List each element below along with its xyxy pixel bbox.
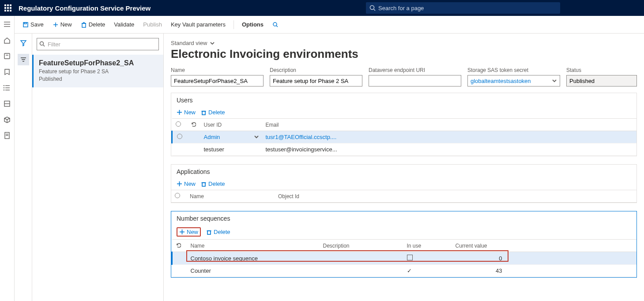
chevron-down-icon[interactable]	[254, 135, 259, 139]
col-seq-inuse[interactable]: In use	[403, 240, 452, 252]
inuse-check-icon: ✓	[407, 267, 412, 274]
lines-icon[interactable]	[18, 54, 29, 65]
favorite-icon[interactable]	[3, 68, 11, 76]
col-seq-desc[interactable]: Description	[320, 240, 403, 252]
svg-line-15	[4, 118, 7, 120]
table-row[interactable]: Counter ✓ 43	[172, 265, 637, 277]
list-pane: FeatureSetupForPhase2_SA Feature setup f…	[32, 34, 164, 301]
sas-select[interactable]: globalteamtestsastoken	[467, 75, 560, 87]
filter-input-wrap	[37, 38, 159, 50]
seq-name: Contoso invoice sequence	[187, 252, 320, 265]
sas-value: globalteamtestsastoken	[471, 78, 531, 84]
top-bar: Regulatory Configuration Service Preview	[0, 0, 644, 16]
desc-label: Description	[270, 67, 362, 73]
svg-point-0	[370, 6, 374, 10]
users-delete-button[interactable]: Delete	[201, 109, 225, 116]
chevron-down-icon	[210, 41, 215, 46]
delete-button[interactable]: Delete	[77, 19, 109, 30]
col-seq-name[interactable]: Name	[187, 240, 320, 252]
svg-line-29	[276, 26, 278, 27]
refresh-icon[interactable]	[191, 121, 196, 127]
svg-rect-41	[202, 183, 205, 186]
svg-rect-37	[202, 111, 205, 115]
status-label: Status	[566, 67, 637, 73]
select-all-radio[interactable]	[175, 193, 180, 198]
funnel-icon[interactable]	[18, 37, 29, 49]
card-title: FeatureSetupForPhase2_SA	[39, 59, 158, 67]
header-fields: Name Description Dataverse endpoint URI …	[171, 67, 637, 87]
email-cell[interactable]: tusr1@TAEOfficial.ccsctp....	[262, 131, 637, 143]
new-button[interactable]: New	[49, 19, 75, 30]
row-radio[interactable]	[177, 134, 182, 139]
svg-rect-22	[24, 23, 26, 24]
select-all-radio[interactable]	[176, 121, 181, 127]
table-row[interactable]: testuser testuser@invoicingservice...	[172, 143, 637, 156]
table-row[interactable]: Admin tusr1@TAEOfficial.ccsctp....	[172, 131, 637, 143]
status-input	[566, 75, 637, 87]
view-selector[interactable]: Standard view	[171, 40, 637, 46]
validate-button[interactable]: Validate	[110, 19, 138, 30]
seq-desc	[320, 252, 403, 265]
save-button[interactable]: Save	[19, 19, 47, 30]
name-input[interactable]	[171, 75, 264, 87]
dataverse-input[interactable]	[369, 75, 461, 87]
email-cell: testuser@invoicingservice...	[262, 143, 637, 156]
filter-search-icon	[39, 41, 45, 47]
search-input[interactable]	[378, 5, 557, 11]
user-link[interactable]: Admin	[204, 134, 220, 140]
apps-grid: Name Object Id	[171, 190, 636, 203]
svg-point-33	[40, 42, 44, 45]
svg-line-16	[7, 118, 10, 120]
filter-input[interactable]	[37, 38, 159, 50]
col-object-id[interactable]: Object Id	[275, 190, 636, 203]
applications-header: Applications	[171, 165, 636, 179]
seq-grid: Name Description In use Current value Co…	[171, 239, 636, 277]
nav-rail	[0, 16, 15, 301]
users-grid: User ID Email Admin tusr1@TAEOfficial.cc…	[171, 118, 636, 156]
seq-delete-button[interactable]: Delete	[206, 229, 230, 235]
list-icon[interactable]	[3, 84, 11, 92]
svg-line-1	[374, 9, 375, 11]
svg-line-34	[43, 45, 45, 46]
seq-new-button[interactable]: New	[177, 227, 201, 237]
card-line2: Published	[39, 75, 158, 83]
sas-label: Storage SAS token secret	[467, 67, 560, 73]
col-userid[interactable]: User ID	[200, 119, 262, 131]
col-app-name[interactable]: Name	[186, 190, 275, 203]
svg-point-28	[273, 23, 277, 26]
search-icon	[369, 5, 376, 11]
hamburger-icon[interactable]	[3, 20, 11, 28]
environment-card[interactable]: FeatureSetupForPhase2_SA Feature setup f…	[32, 55, 163, 87]
svg-rect-45	[207, 231, 211, 234]
col-seq-curr[interactable]: Current value	[452, 240, 509, 252]
user-cell: testuser	[200, 143, 262, 156]
recent-icon[interactable]	[3, 52, 11, 60]
keyvault-button[interactable]: Key Vault parameters	[167, 19, 229, 30]
svg-point-10	[4, 86, 4, 86]
search-action-icon[interactable]	[269, 20, 282, 30]
package-icon[interactable]	[3, 116, 11, 124]
report-icon[interactable]	[3, 132, 11, 139]
refresh-icon[interactable]	[176, 242, 181, 248]
svg-point-12	[4, 90, 4, 90]
app-title: Regulatory Configuration Service Preview	[19, 4, 151, 12]
apps-delete-button[interactable]: Delete	[201, 181, 225, 187]
inuse-checkbox[interactable]	[407, 255, 413, 260]
table-row[interactable]: Contoso invoice sequence 0	[172, 252, 637, 265]
dataverse-label: Dataverse endpoint URI	[369, 67, 461, 73]
options-button[interactable]: Options	[238, 19, 267, 30]
apps-new-button[interactable]: New	[177, 181, 196, 187]
waffle-icon[interactable]	[4, 4, 11, 11]
search-box[interactable]	[366, 2, 560, 14]
applications-section: Applications New Delete Name Object Id	[171, 164, 637, 203]
users-new-button[interactable]: New	[177, 109, 196, 116]
desc-input[interactable]	[270, 75, 362, 87]
seq-curr: 43	[452, 265, 509, 277]
chevron-down-icon	[552, 78, 557, 83]
module-icon[interactable]	[3, 100, 11, 108]
card-line1: Feature setup for Phase 2 SA	[39, 68, 158, 75]
seq-header: Number sequences	[171, 211, 636, 226]
col-email[interactable]: Email	[262, 119, 637, 131]
home-icon[interactable]	[3, 36, 11, 44]
number-sequences-section: Number sequences New Delete Name Descrip…	[171, 211, 637, 278]
